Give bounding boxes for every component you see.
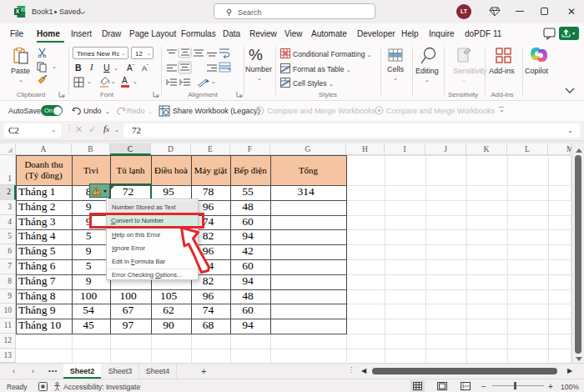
svg-text:X: X — [16, 8, 20, 14]
